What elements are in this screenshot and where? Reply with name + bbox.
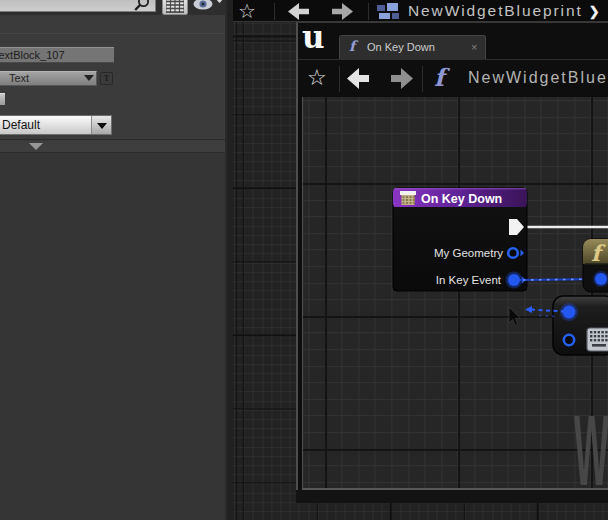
graph-scene: On Key Down My Geometry In Key Event [303, 97, 608, 490]
node-function[interactable]: f [583, 239, 608, 292]
property-matrix-icon [166, 0, 184, 13]
bookmark-star-icon[interactable]: ☆ [307, 65, 327, 91]
graph-title-bar: ☆ NewWidgetBlueprint❯Event Graph [233, 0, 608, 22]
toolbar-separator [368, 3, 369, 20]
back-arrow-button[interactable] [347, 68, 373, 89]
details-panel: TextBlock_107 Text T Default [0, 0, 227, 520]
details-expander[interactable] [0, 141, 227, 152]
style-dropdown-arrow-icon [97, 123, 107, 129]
forward-arrow-button[interactable] [387, 68, 413, 89]
panel-divider [0, 139, 227, 140]
function-graph-canvas[interactable]: WIDGET [302, 97, 608, 490]
breadcrumb[interactable]: NewWidgetBlueprint [468, 69, 608, 87]
function-graph-title-bar: ☆ f NewWidgetBlueprint [298, 59, 608, 98]
tab-on-key-down[interactable]: f On Key Down × [339, 35, 486, 59]
mouse-cursor [509, 307, 520, 326]
node-on-key-down[interactable]: On Key Down My Geometry In Key Event [393, 188, 527, 291]
toolbar-separator [274, 3, 275, 20]
breadcrumb-root[interactable]: NewWidgetBlueprint [408, 2, 583, 19]
unreal-logo-icon: u [302, 19, 325, 55]
pin-key-input[interactable] [564, 335, 574, 345]
forward-arrow-button[interactable] [328, 3, 353, 20]
type-dropdown-arrow-icon [84, 75, 94, 81]
panel-divider [0, 33, 227, 34]
view-options-button[interactable] [190, 0, 226, 15]
details-empty-area [0, 153, 227, 520]
node-title: On Key Down [421, 192, 502, 206]
breadcrumb: NewWidgetBlueprint❯Event Graph [408, 2, 608, 20]
details-toolbar [0, 0, 227, 15]
text-style-button[interactable]: T [100, 72, 113, 85]
property-matrix-button[interactable] [162, 0, 188, 15]
widget-event-icon [400, 191, 416, 205]
window-bottom-edge [296, 490, 608, 503]
eye-icon [192, 0, 214, 11]
toolbar-separator [422, 66, 423, 92]
function-icon: f [434, 63, 444, 92]
type-dropdown[interactable]: Text [0, 71, 97, 86]
pin-label-in-key-event: In Key Event [436, 274, 502, 286]
keyboard-icon [587, 328, 608, 351]
tab-close-icon[interactable]: × [471, 41, 477, 53]
checkbox-partial[interactable] [0, 93, 5, 105]
pin-label-my-geometry: My Geometry [434, 247, 503, 259]
function-icon: f [349, 38, 355, 54]
node-key[interactable] [553, 296, 608, 355]
breadcrumb-separator-icon: ❯ [583, 4, 608, 19]
screenshot-stage: TextBlock_107 Text T Default ☆ [0, 0, 608, 520]
style-dropdown-arrow-button[interactable] [91, 116, 111, 134]
blueprint-icon [376, 3, 401, 20]
search-input[interactable] [0, 0, 156, 12]
toolbar-separator [339, 66, 340, 92]
back-arrow-button[interactable] [288, 3, 313, 20]
bookmark-star-icon[interactable]: ☆ [238, 0, 256, 23]
expander-arrow-icon [29, 143, 43, 150]
widget-name-field[interactable]: TextBlock_107 [0, 47, 114, 63]
chevron-down-icon [214, 0, 225, 4]
tab-label: On Key Down [367, 41, 435, 53]
search-icon [133, 0, 151, 12]
